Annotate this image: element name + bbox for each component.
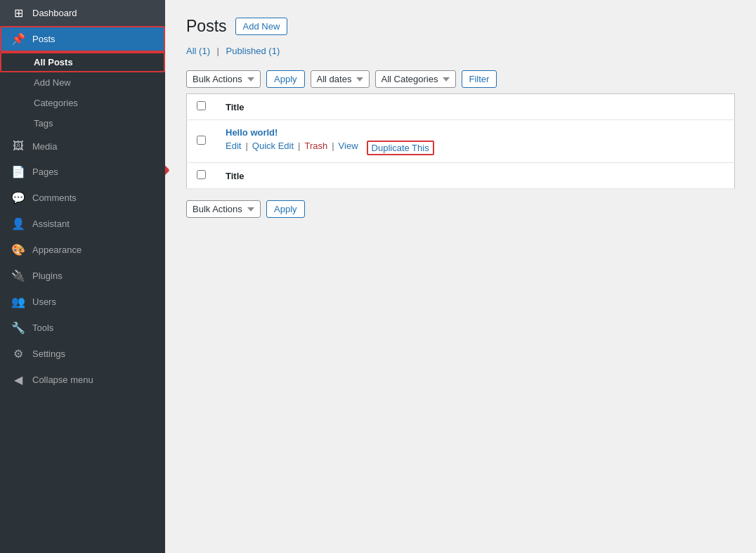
post-title-cell: Hello world! Edit | Quick Edit | Trash |… xyxy=(216,120,735,163)
table-header-row: Title xyxy=(187,94,735,120)
apply-button-bottom[interactable]: Apply xyxy=(266,200,305,218)
bottom-toolbar: Bulk Actions Apply xyxy=(186,195,735,223)
sidebar-item-appearance[interactable]: 🎨 Appearance xyxy=(0,237,165,263)
category-filter-select[interactable]: All Categories xyxy=(375,70,456,88)
filter-separator: | xyxy=(217,46,219,56)
sidebar-item-label: Settings xyxy=(32,349,65,359)
annotation-arrow: ➜ xyxy=(165,157,170,183)
footer-title-sort-link[interactable]: Title xyxy=(226,171,245,181)
apply-button-top[interactable]: Apply xyxy=(266,70,305,88)
assistant-icon: 👤 xyxy=(11,217,25,230)
select-all-header xyxy=(187,94,216,120)
sidebar-item-label: Collapse menu xyxy=(32,375,93,385)
sidebar-item-label: Assistant xyxy=(32,219,70,229)
filter-all-link[interactable]: All (1) xyxy=(186,46,213,56)
filter-published-link[interactable]: Published (1) xyxy=(226,46,280,56)
table-row: Hello world! Edit | Quick Edit | Trash |… xyxy=(187,120,735,163)
filter-links: All (1) | Published (1) xyxy=(186,46,735,56)
filter-button[interactable]: Filter xyxy=(462,70,497,88)
sidebar-item-label: Users xyxy=(32,297,56,307)
tools-icon: 🔧 xyxy=(11,321,25,334)
sidebar-item-dashboard[interactable]: ⊞ Dashboard xyxy=(0,0,165,26)
sidebar-item-comments[interactable]: 💬 Comments xyxy=(0,185,165,211)
submenu-tags[interactable]: Tags xyxy=(0,113,165,134)
plugins-icon: 🔌 xyxy=(11,269,25,282)
view-link[interactable]: View xyxy=(339,141,358,155)
action-separator-1: | xyxy=(245,141,247,155)
page-header: Posts Add New xyxy=(186,17,735,36)
sidebar-item-label: Comments xyxy=(32,193,77,203)
trash-link[interactable]: Trash xyxy=(304,141,327,155)
posts-submenu: All Posts Add New Categories Tags xyxy=(0,52,165,134)
sidebar-item-users[interactable]: 👥 Users xyxy=(0,289,165,315)
add-new-button[interactable]: Add New xyxy=(235,18,288,35)
sidebar-item-label: Plugins xyxy=(32,271,63,281)
bulk-actions-select-bottom[interactable]: Bulk Actions xyxy=(186,200,261,218)
sidebar-item-pages[interactable]: 📄 Pages xyxy=(0,159,165,185)
submenu-all-posts[interactable]: All Posts xyxy=(0,52,165,72)
top-toolbar: Bulk Actions Apply All dates All Categor… xyxy=(186,65,735,93)
title-sort-link[interactable]: Title xyxy=(226,102,245,112)
users-icon: 👥 xyxy=(11,295,25,308)
pages-icon: 📄 xyxy=(11,165,25,178)
quick-edit-link[interactable]: Quick Edit xyxy=(252,141,294,155)
media-icon: 🖼 xyxy=(11,140,25,152)
sidebar-item-label: Dashboard xyxy=(32,8,77,18)
submenu-categories[interactable]: Categories xyxy=(0,93,165,113)
title-column-header: Title xyxy=(216,94,735,120)
main-content: Posts Add New All (1) | Published (1) Bu… xyxy=(165,0,756,553)
select-all-checkbox[interactable] xyxy=(197,101,206,110)
footer-select-all-header xyxy=(187,163,216,189)
submenu-add-new[interactable]: Add New xyxy=(0,72,165,93)
comments-icon: 💬 xyxy=(11,191,25,204)
page-title: Posts xyxy=(186,17,227,36)
sidebar-item-label: Pages xyxy=(32,167,58,177)
row-checkbox-cell xyxy=(187,120,216,163)
appearance-icon: 🎨 xyxy=(11,243,25,256)
sidebar-item-label: Appearance xyxy=(32,245,82,255)
footer-select-all-checkbox[interactable] xyxy=(197,170,206,179)
sidebar-item-posts[interactable]: 📌 Posts xyxy=(0,26,165,52)
posts-icon: 📌 xyxy=(11,32,25,46)
sidebar-item-settings[interactable]: ⚙ Settings xyxy=(0,341,165,367)
duplicate-this-link[interactable]: Duplicate This xyxy=(367,141,434,155)
collapse-icon: ◀ xyxy=(11,373,25,386)
post-row-actions: Edit | Quick Edit | Trash | View Duplica… xyxy=(226,141,724,155)
sidebar-item-tools[interactable]: 🔧 Tools xyxy=(0,315,165,341)
dashboard-icon: ⊞ xyxy=(11,6,25,20)
action-separator-3: | xyxy=(332,141,334,155)
sidebar-item-label: Posts xyxy=(32,34,56,44)
row-checkbox[interactable] xyxy=(197,136,206,145)
sidebar-item-plugins[interactable]: 🔌 Plugins xyxy=(0,263,165,289)
sidebar-item-label: Tools xyxy=(32,323,53,333)
sidebar-item-collapse[interactable]: ◀ Collapse menu xyxy=(0,367,165,393)
bulk-actions-select-top[interactable]: Bulk Actions xyxy=(186,70,261,88)
action-separator-2: | xyxy=(298,141,300,155)
table-footer-row: Title xyxy=(187,163,735,189)
sidebar-item-label: Media xyxy=(32,141,57,152)
posts-table: Title Hello world! Edit | Quick Edit xyxy=(186,93,735,189)
edit-link[interactable]: Edit xyxy=(226,141,241,155)
date-filter-select[interactable]: All dates xyxy=(311,70,370,88)
settings-icon: ⚙ xyxy=(11,347,25,360)
footer-title-header: Title xyxy=(216,163,735,189)
sidebar-item-media[interactable]: 🖼 Media xyxy=(0,134,165,159)
post-title-link[interactable]: Hello world! xyxy=(226,127,278,138)
posts-table-container: ➜ Title Hello xyxy=(186,93,735,189)
sidebar: ⊞ Dashboard 📌 Posts All Posts Add New Ca… xyxy=(0,0,165,553)
sidebar-item-assistant[interactable]: 👤 Assistant xyxy=(0,211,165,237)
